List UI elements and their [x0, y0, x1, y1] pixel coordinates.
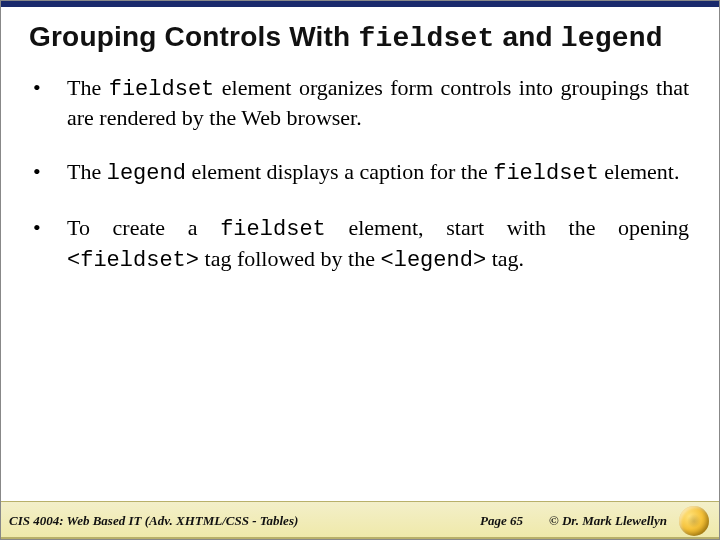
slide-title: Grouping Controls With fieldset and lege… [1, 7, 719, 64]
bullet-text: To create a fieldset element, start with… [59, 214, 689, 274]
ucf-logo-icon [679, 506, 709, 536]
text-span: element displays a caption for the [186, 159, 493, 184]
text-span: The [67, 75, 109, 100]
bullet-text: The legend element displays a caption fo… [59, 158, 689, 188]
list-item: • The fieldset element organizes form co… [31, 74, 689, 132]
code-span: legend [107, 161, 186, 186]
code-span: <legend> [381, 248, 487, 273]
title-text-mid: and [494, 21, 560, 52]
slide-body: • The fieldset element organizes form co… [1, 64, 719, 275]
footer-author: © Dr. Mark Llewellyn [549, 513, 667, 529]
text-span: element. [599, 159, 680, 184]
bullet-icon: • [31, 74, 59, 102]
text-span: The [67, 159, 107, 184]
code-span: <fieldset> [67, 248, 199, 273]
title-code-legend: legend [561, 23, 663, 54]
footer-bar: CIS 4004: Web Based IT (Adv. XHTML/CSS -… [1, 501, 719, 539]
title-code-fieldset: fieldset [358, 23, 494, 54]
bullet-icon: • [31, 158, 59, 186]
list-item: • To create a fieldset element, start wi… [31, 214, 689, 274]
text-span: tag followed by the [199, 246, 380, 271]
slide: Grouping Controls With fieldset and lege… [0, 0, 720, 540]
footer-page: Page 65 [480, 513, 523, 529]
bullet-icon: • [31, 214, 59, 242]
code-span: fieldset [220, 217, 326, 242]
footer-course: CIS 4004: Web Based IT (Adv. XHTML/CSS -… [9, 513, 454, 529]
code-span: fieldset [493, 161, 599, 186]
list-item: • The legend element displays a caption … [31, 158, 689, 188]
bullet-text: The fieldset element organizes form cont… [59, 74, 689, 132]
code-span: fieldset [109, 77, 215, 102]
text-span: tag. [486, 246, 524, 271]
text-span: element, start with the opening [326, 215, 689, 240]
title-text-pre: Grouping Controls With [29, 21, 358, 52]
text-span: To create a [67, 215, 220, 240]
bullet-list: • The fieldset element organizes form co… [31, 74, 689, 275]
